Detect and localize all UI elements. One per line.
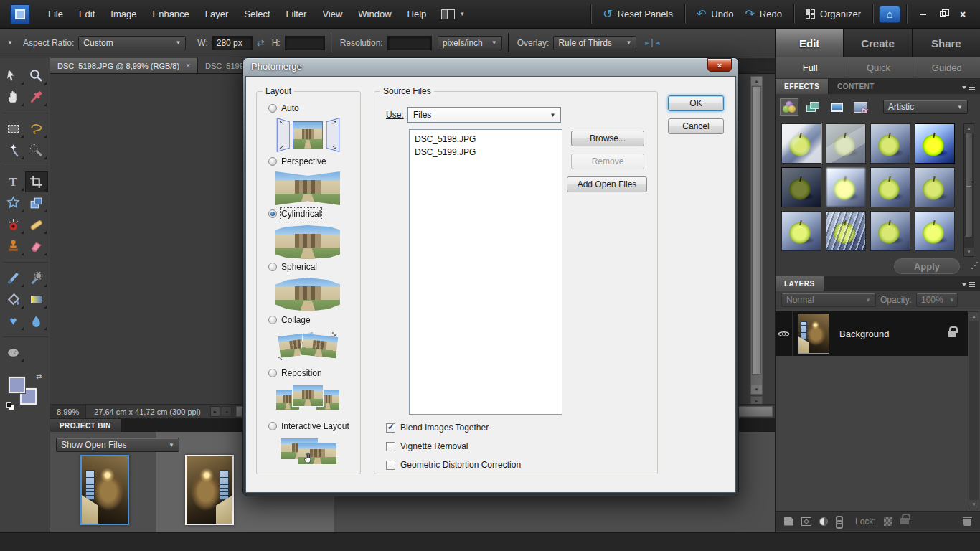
effect-category-select[interactable]: Artistic▼ <box>883 100 968 114</box>
effect-thumbnail[interactable] <box>781 123 821 164</box>
show-open-files-select[interactable]: Show Open Files▼ <box>56 438 179 452</box>
menu-filter[interactable]: Filter <box>278 4 315 24</box>
use-select[interactable]: Files ▼ <box>407 107 561 123</box>
cookie-cutter-tool-icon[interactable] <box>2 193 25 214</box>
restore-button[interactable] <box>933 7 953 21</box>
panel-menu-icon[interactable] <box>962 282 975 291</box>
radio-interactive-layout[interactable]: Interactive Layout <box>268 421 349 431</box>
close-button[interactable]: × <box>953 7 973 21</box>
tab-layers[interactable]: LAYERS <box>776 276 824 291</box>
height-input[interactable] <box>285 36 325 50</box>
geometric-distortion-checkbox[interactable]: Geometric Distortion Correction <box>386 460 521 470</box>
scroll-up-icon[interactable]: ▲ <box>964 124 974 133</box>
apply-button[interactable]: Apply <box>894 258 960 274</box>
radio-collage[interactable]: Collage <box>268 315 311 325</box>
vignette-removal-checkbox[interactable]: Vignette Removal <box>386 441 468 451</box>
collapse-options-icon[interactable]: ▼ <box>7 39 13 46</box>
lasso-tool-icon[interactable] <box>25 118 48 139</box>
adjustment-layer-icon[interactable] <box>819 517 828 526</box>
brush-tool-icon[interactable] <box>2 268 25 288</box>
sponge-tool-icon[interactable] <box>2 342 25 363</box>
all-effects-category-icon[interactable]: fx <box>851 98 870 116</box>
shape-tool-icon[interactable]: ♥ <box>2 311 25 331</box>
scroll-down-icon[interactable]: ▼ <box>964 248 974 256</box>
zoom-level[interactable]: 8,99% <box>50 405 86 418</box>
panel-resize-grip[interactable] <box>971 261 978 270</box>
effect-thumbnail[interactable] <box>870 167 910 207</box>
layout-preview-collage[interactable]: ↔ ↔ <box>275 329 340 363</box>
layout-preview-reposition[interactable] <box>275 382 340 416</box>
swap-dimensions-icon[interactable]: ⇄ <box>257 37 265 48</box>
recompose-tool-icon[interactable] <box>25 193 48 214</box>
tab-guided-edit[interactable]: Guided <box>913 57 980 78</box>
new-group-icon[interactable] <box>801 517 811 526</box>
foreground-color-swatch[interactable] <box>9 377 25 393</box>
tab-full-edit[interactable]: Full <box>776 57 844 78</box>
arrange-panels-icon[interactable] <box>441 9 455 19</box>
red-eye-removal-tool-icon[interactable] <box>2 215 25 235</box>
tab-create[interactable]: Create <box>843 29 911 57</box>
resolution-input[interactable] <box>387 36 432 50</box>
move-tool-icon[interactable] <box>2 65 25 86</box>
menu-enhance[interactable]: Enhance <box>145 4 197 24</box>
layers-scrollbar[interactable]: ▲ ▼ <box>969 311 979 509</box>
source-files-list[interactable]: DSC_5198.JPG DSC_5199.JPG <box>409 129 562 415</box>
menu-view[interactable]: View <box>314 4 350 24</box>
clone-stamp-tool-icon[interactable] <box>2 236 25 257</box>
selection-brush-tool-icon[interactable] <box>25 140 48 161</box>
document-tab-1[interactable]: DSC_5198.JPG @ 8,99% (RGB/8) × <box>50 58 198 73</box>
filters-category-icon[interactable] <box>780 98 798 116</box>
eyedropper-tool-icon[interactable] <box>25 87 48 108</box>
crop-tool-icon[interactable] <box>25 171 48 192</box>
add-open-files-button[interactable]: Add Open Files <box>567 176 647 192</box>
flip-crop-icon[interactable]: ►◄ <box>644 39 661 47</box>
browse-button[interactable]: Browse... <box>571 131 644 146</box>
bin-thumbnail-2[interactable] <box>185 455 234 525</box>
menu-edit[interactable]: Edit <box>71 4 103 24</box>
opacity-input[interactable]: 100%▼ <box>916 293 958 307</box>
scroll-up-icon[interactable]: ▲ <box>969 312 979 321</box>
smart-brush-tool-icon[interactable] <box>25 268 48 288</box>
file-item[interactable]: DSC_5199.JPG <box>415 146 557 159</box>
vertical-scrollbar[interactable]: ▲ ▼ <box>750 76 763 395</box>
blend-mode-select[interactable]: Normal▼ <box>781 293 876 307</box>
tab-effects[interactable]: EFFECTS <box>776 79 829 94</box>
menu-file[interactable]: File <box>40 4 71 24</box>
tab-content[interactable]: CONTENT <box>829 79 883 94</box>
file-item[interactable]: DSC_5198.JPG <box>415 133 557 146</box>
width-input[interactable] <box>212 36 253 50</box>
arrange-panels-dropdown-arrow[interactable]: ▼ <box>459 11 465 17</box>
effect-thumbnail[interactable] <box>826 211 866 251</box>
scroll-down-icon[interactable]: ▼ <box>751 385 762 394</box>
new-layer-icon[interactable] <box>784 517 793 526</box>
scroll-up-icon[interactable]: ▲ <box>751 77 762 85</box>
minimize-button[interactable] <box>913 7 933 21</box>
status-arrow-right[interactable]: ► <box>210 406 220 417</box>
radio-spherical[interactable]: Spherical <box>268 262 317 272</box>
layout-preview-cylindrical[interactable] <box>275 225 340 259</box>
tab-share[interactable]: Share <box>912 29 980 57</box>
scroll-down-icon[interactable]: ▼ <box>969 500 979 509</box>
hand-tool-icon[interactable] <box>2 87 25 108</box>
lock-transparency-icon[interactable] <box>884 517 892 526</box>
type-tool-icon[interactable]: T <box>2 171 25 192</box>
menu-window[interactable]: Window <box>350 4 399 24</box>
undo-button[interactable]: ↶ Undo <box>691 6 739 23</box>
scrollbar-thumb[interactable] <box>752 86 761 375</box>
effect-thumbnail[interactable] <box>870 211 910 251</box>
menu-help[interactable]: Help <box>400 4 435 24</box>
close-tab-icon[interactable]: × <box>186 62 190 70</box>
layout-preview-auto[interactable]: ↖ ↗ ↙ ↘ <box>275 118 340 152</box>
aspect-ratio-select[interactable]: Custom▼ <box>78 36 186 50</box>
magic-wand-tool-icon[interactable] <box>2 140 25 161</box>
effect-thumbnail[interactable] <box>870 123 910 164</box>
effect-thumbnail[interactable] <box>915 167 955 207</box>
project-bin-tab[interactable]: PROJECT BIN <box>50 419 121 432</box>
radio-auto[interactable]: Auto <box>268 103 299 113</box>
tab-quick-edit[interactable]: Quick <box>844 57 912 78</box>
layout-preview-perspective[interactable] <box>275 171 340 205</box>
effects-scrollbar[interactable]: ▲ ▼ <box>963 123 974 257</box>
effect-thumbnail[interactable] <box>781 211 821 251</box>
menu-select[interactable]: Select <box>236 4 278 24</box>
swatch-reset-icon[interactable]: ⇄ <box>36 372 42 380</box>
